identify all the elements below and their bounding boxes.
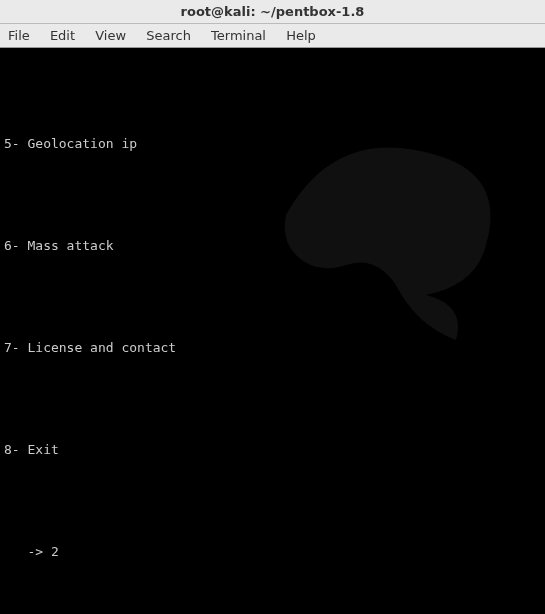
blank [4,186,541,203]
blank [4,594,541,611]
terminal-area[interactable]: 5- Geolocation ip 6- Mass attack 7- Lice… [0,48,545,614]
blank [4,390,541,407]
prompt-top: -> 2 [4,543,541,560]
menu-help[interactable]: Help [286,28,316,43]
menu-item-8: 8- Exit [4,441,541,458]
blank [4,288,541,305]
menu-search[interactable]: Search [146,28,191,43]
menu-file[interactable]: File [8,28,30,43]
menu-item-7: 7- License and contact [4,339,541,356]
menu-view[interactable]: View [95,28,126,43]
menu-item-5: 5- Geolocation ip [4,135,541,152]
menubar: File Edit View Search Terminal Help [0,24,545,48]
blank [4,492,541,509]
menu-edit[interactable]: Edit [50,28,75,43]
menu-item-6: 6- Mass attack [4,237,541,254]
window-titlebar: root@kali: ~/pentbox-1.8 [0,0,545,24]
window-title: root@kali: ~/pentbox-1.8 [181,4,365,19]
menu-terminal[interactable]: Terminal [211,28,266,43]
